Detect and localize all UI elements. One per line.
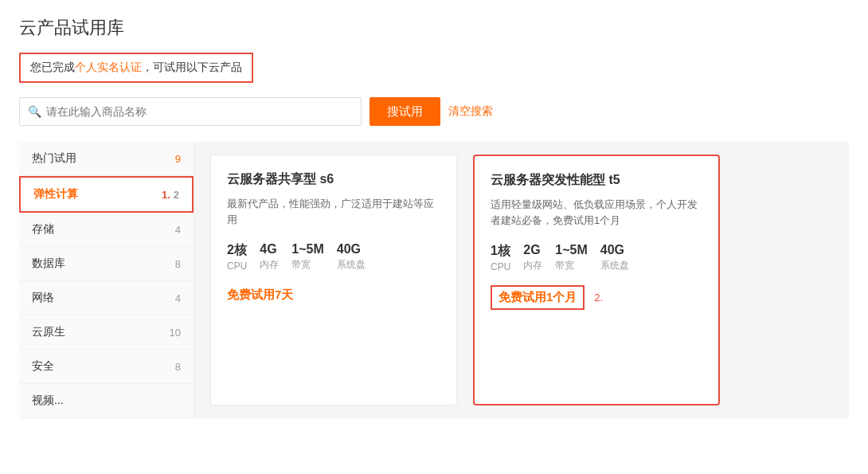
sidebar-count: 10: [170, 327, 181, 339]
spec-item: 2G内存: [523, 243, 542, 272]
trial-row: 免费试用7天: [227, 284, 440, 303]
spec-value: 4G: [260, 242, 276, 257]
sidebar-item-video[interactable]: 视频...: [19, 384, 194, 418]
search-input-wrapper: 🔍: [19, 97, 362, 126]
sidebar-item-cloud-native[interactable]: 云原生10: [19, 315, 194, 350]
sidebar-label: 弹性计算: [33, 187, 78, 202]
spec-item: 40G系统盘: [337, 242, 366, 272]
trial-row: 免费试用1个月2.: [491, 285, 702, 310]
spec-label: 带宽: [291, 258, 311, 272]
sidebar-annotation: 1.: [162, 189, 170, 201]
sidebar-label: 数据库: [32, 257, 65, 271]
sidebar-item-security[interactable]: 安全8: [19, 350, 194, 384]
search-icon: 🔍: [28, 105, 41, 118]
spec-value: 1~5M: [291, 242, 323, 257]
notice-highlight: 个人实名认证: [75, 61, 142, 73]
spec-label: 带宽: [555, 259, 574, 272]
sidebar-count: 8: [175, 258, 181, 270]
product-specs: 2核CPU4G内存1~5M带宽40G系统盘: [227, 242, 440, 272]
product-desc: 最新代产品，性能强劲，广泛适用于建站等应用: [227, 196, 440, 228]
page-wrapper: 云产品试用库 您已完成个人实名认证，可试用以下云产品 🔍 搜试用 清空搜索 热门…: [0, 0, 868, 474]
sidebar-label: 热门试用: [32, 151, 76, 166]
spec-label: 系统盘: [600, 259, 629, 272]
notice-prefix: 您已完成: [30, 61, 75, 73]
notice-bar: 您已完成个人实名认证，可试用以下云产品: [19, 53, 253, 83]
sidebar-count: 8: [175, 361, 181, 373]
spec-label: 系统盘: [337, 258, 366, 272]
sidebar-label: 存储: [32, 222, 54, 237]
sidebar-count: 4: [175, 292, 181, 304]
spec-value: 40G: [337, 242, 361, 257]
spec-value: 2G: [523, 243, 540, 257]
sidebar-label: 网络: [32, 291, 54, 305]
spec-label: 内存: [523, 259, 542, 272]
sidebar-count: 2: [174, 189, 179, 201]
sidebar-count: 9: [175, 153, 181, 165]
sidebar: 热门试用9弹性计算1.2存储4数据库8网络4云原生10安全8视频...: [19, 142, 194, 418]
product-title: 云服务器共享型 s6: [227, 171, 440, 188]
trial-annotation: 2.: [594, 292, 603, 304]
spec-value: 40G: [600, 243, 624, 257]
sidebar-count: 4: [175, 224, 181, 236]
spec-item: 1~5M带宽: [555, 243, 587, 272]
product-card-s6: 云服务器共享型 s6最新代产品，性能强劲，广泛适用于建站等应用2核CPU4G内存…: [210, 155, 457, 405]
product-title: 云服务器突发性能型 t5: [491, 172, 702, 189]
sidebar-item-database[interactable]: 数据库8: [19, 247, 194, 281]
page-title: 云产品试用库: [19, 16, 849, 40]
spec-item: 2核CPU: [227, 242, 247, 272]
product-desc: 适用轻量级网站、低负载应用场景，个人开发者建站必备，免费试用1个月: [491, 197, 702, 229]
spec-value: 1核: [491, 243, 510, 260]
trial-badge[interactable]: 免费试用1个月: [491, 285, 585, 310]
spec-label: 内存: [260, 258, 279, 272]
sidebar-item-storage[interactable]: 存储4: [19, 213, 194, 247]
spec-item: 4G内存: [260, 242, 279, 272]
spec-label: CPU: [491, 261, 510, 272]
spec-item: 1核CPU: [491, 243, 510, 272]
search-button[interactable]: 搜试用: [369, 97, 440, 126]
notice-suffix: ，可试用以下云产品: [142, 61, 242, 73]
spec-value: 1~5M: [555, 243, 587, 257]
search-input[interactable]: [46, 105, 353, 118]
spec-item: 40G系统盘: [600, 243, 629, 272]
sidebar-item-elastic[interactable]: 弹性计算1.2: [19, 176, 194, 213]
spec-value: 2核: [227, 242, 247, 259]
sidebar-label: 安全: [32, 359, 54, 374]
sidebar-item-network[interactable]: 网络4: [19, 281, 194, 315]
clear-search-button[interactable]: 清空搜索: [448, 104, 493, 119]
spec-label: CPU: [227, 261, 247, 272]
spec-item: 1~5M带宽: [291, 242, 323, 272]
sidebar-item-hot[interactable]: 热门试用9: [19, 142, 194, 176]
main-content: 热门试用9弹性计算1.2存储4数据库8网络4云原生10安全8视频... 云服务器…: [19, 142, 849, 418]
search-row: 🔍 搜试用 清空搜索: [19, 97, 849, 126]
product-card-t5: 云服务器突发性能型 t5适用轻量级网站、低负载应用场景，个人开发者建站必备，免费…: [473, 155, 720, 405]
product-specs: 1核CPU2G内存1~5M带宽40G系统盘: [491, 243, 702, 272]
sidebar-label: 视频...: [32, 394, 64, 408]
products-area: 云服务器共享型 s6最新代产品，性能强劲，广泛适用于建站等应用2核CPU4G内存…: [194, 142, 849, 418]
trial-badge[interactable]: 免费试用7天: [227, 288, 293, 303]
sidebar-label: 云原生: [32, 325, 65, 339]
